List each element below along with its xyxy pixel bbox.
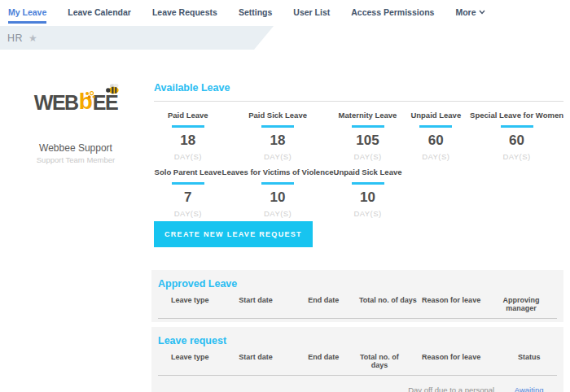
tab-user-list[interactable]: User List xyxy=(293,7,330,24)
leave-type-label: Special Leave for Women xyxy=(470,111,563,120)
tab-my-leave[interactable]: My Leave xyxy=(8,7,46,24)
chevron-down-icon xyxy=(479,10,485,15)
accent-underline xyxy=(501,125,533,128)
leave-type-label: Unpaid Sick Leave xyxy=(334,168,402,176)
leave-card-paid-leave: Paid Leave 18 DAY(S) xyxy=(154,111,222,161)
content-layout: WEBbEE Webbee Support Support Team Membe… xyxy=(0,50,570,392)
bee-icon xyxy=(101,83,121,95)
leave-days-unit: DAY(S) xyxy=(334,152,402,161)
leave-days-unit: DAY(S) xyxy=(222,152,334,161)
leave-type-label: Maternity Leave xyxy=(334,111,402,120)
leave-days-value: 10 xyxy=(222,189,334,206)
accent-underline xyxy=(261,125,294,128)
page-title: HR xyxy=(7,33,23,44)
leave-type-label: Paid Leave xyxy=(154,111,222,120)
leave-type-label: Leaves for Victims of Violence xyxy=(222,168,334,176)
create-leave-request-button[interactable]: CREATE NEW LEAVE REQUEST xyxy=(154,221,313,247)
leave-type-label: Unpaid Leave xyxy=(401,111,470,120)
leave-days-value: 18 xyxy=(154,133,222,149)
hr-banner: HR ★ xyxy=(0,26,570,50)
leave-card-solo-parent-leave: Solo Parent Leave 7 DAY(S) xyxy=(154,168,222,218)
user-name: Webbee Support xyxy=(0,142,151,154)
cell-total-days: 1 xyxy=(357,376,401,392)
user-role: Support Team Member xyxy=(0,155,151,164)
col-reason: Reason for leave xyxy=(417,294,484,319)
leave-card-special-leave-women: Special Leave for Women 60 DAY(S) xyxy=(470,111,563,161)
top-nav: My Leave Leave Calendar Leave Requests S… xyxy=(0,0,570,26)
col-total-days: Total no. of days xyxy=(357,294,418,319)
leave-days-value: 60 xyxy=(470,133,563,149)
col-status: Status xyxy=(501,351,557,376)
tab-more-label: More xyxy=(455,7,476,17)
col-end-date: End date xyxy=(290,294,357,319)
leave-card-maternity-leave: Maternity Leave 105 DAY(S) xyxy=(334,111,402,161)
leave-days-value: 10 xyxy=(334,189,402,206)
leave-days-value: 7 xyxy=(154,189,222,206)
accent-underline xyxy=(261,182,294,185)
approved-leave-table: Leave type Start date End date Total no.… xyxy=(158,294,557,319)
leave-days-unit: DAY(S) xyxy=(222,209,334,218)
app-window: My Leave Leave Calendar Leave Requests S… xyxy=(0,0,570,392)
leave-days-unit: DAY(S) xyxy=(334,209,402,218)
tab-leave-calendar[interactable]: Leave Calendar xyxy=(68,7,131,24)
available-leave-section: Available Leave Paid Leave 18 DAY(S) Pai… xyxy=(151,82,563,247)
col-leave-type: Leave type xyxy=(158,294,221,319)
leave-card-victims-of-violence: Leaves for Victims of Violence 10 DAY(S) xyxy=(222,168,334,218)
leave-type-label: Paid Sick Leave xyxy=(222,111,334,120)
leave-days-value: 105 xyxy=(334,133,402,149)
tab-leave-requests[interactable]: Leave Requests xyxy=(152,7,217,24)
accent-underline xyxy=(172,125,204,128)
table-row: Paid Leave 02/01/2023 02/01/2023 1 Day o… xyxy=(158,376,557,392)
table-header-row: Leave type Start date End date Total no.… xyxy=(158,351,557,376)
available-leave-title: Available Leave xyxy=(154,82,563,94)
col-start-date: Start date xyxy=(221,351,289,376)
leave-days-value: 60 xyxy=(401,133,470,149)
logo-text-web: WEB xyxy=(34,93,78,113)
col-approving-manager: Approving manager xyxy=(485,294,557,319)
leave-type-label: Solo Parent Leave xyxy=(154,168,222,176)
accent-underline xyxy=(419,125,452,128)
cell-reason: Day off due to a personal reason xyxy=(401,376,502,392)
col-reason: Reason for leave xyxy=(401,351,502,376)
leave-request-table: Leave type Start date End date Total no.… xyxy=(158,351,557,392)
cell-start-date: 02/01/2023 xyxy=(221,376,289,392)
approved-leave-title: Approved Leave xyxy=(158,278,557,290)
tab-access-permissions[interactable]: Access Permissions xyxy=(351,7,434,24)
col-total-days: Total no. of days xyxy=(357,351,401,376)
cell-end-date: 02/01/2023 xyxy=(290,376,357,392)
leave-days-unit: DAY(S) xyxy=(470,152,563,161)
leave-card-paid-sick-leave: Paid Sick Leave 18 DAY(S) xyxy=(222,111,334,161)
leave-request-title: Leave request xyxy=(158,335,557,346)
webbee-logo: WEBbEE xyxy=(34,90,117,113)
col-leave-type: Leave type xyxy=(158,351,221,376)
leave-card-unpaid-leave: Unpaid Leave 60 DAY(S) xyxy=(401,111,470,161)
leave-card-unpaid-sick-leave: Unpaid Sick Leave 10 DAY(S) xyxy=(334,168,402,218)
accent-underline xyxy=(352,125,384,128)
honeycomb-icon xyxy=(85,91,98,99)
approved-leave-section: Approved Leave Leave type Start date End… xyxy=(151,270,563,322)
leave-days-unit: DAY(S) xyxy=(154,209,222,218)
main-content: Available Leave Paid Leave 18 DAY(S) Pai… xyxy=(151,50,570,392)
leave-days-value: 18 xyxy=(222,133,334,149)
sidebar: WEBbEE Webbee Support Support Team Membe… xyxy=(0,50,151,392)
table-header-row: Leave type Start date End date Total no.… xyxy=(158,294,557,319)
leave-request-section: Leave request Leave type Start date End … xyxy=(151,327,563,392)
section-divider xyxy=(154,101,563,102)
tab-settings[interactable]: Settings xyxy=(239,7,272,24)
user-info: Webbee Support Support Team Member xyxy=(0,142,151,164)
col-start-date: Start date xyxy=(221,294,289,319)
col-end-date: End date xyxy=(290,351,357,376)
leave-days-unit: DAY(S) xyxy=(154,152,222,161)
accent-underline xyxy=(352,182,384,185)
tab-more[interactable]: More xyxy=(455,7,485,24)
leave-days-unit: DAY(S) xyxy=(401,152,470,161)
accent-underline xyxy=(172,182,204,185)
star-icon[interactable]: ★ xyxy=(28,33,37,43)
leave-cards-grid: Paid Leave 18 DAY(S) Paid Sick Leave 18 … xyxy=(154,111,563,218)
cell-leave-type-link[interactable]: Paid Leave xyxy=(158,376,221,392)
cell-status-link[interactable]: Awaiting Approval xyxy=(501,376,557,392)
